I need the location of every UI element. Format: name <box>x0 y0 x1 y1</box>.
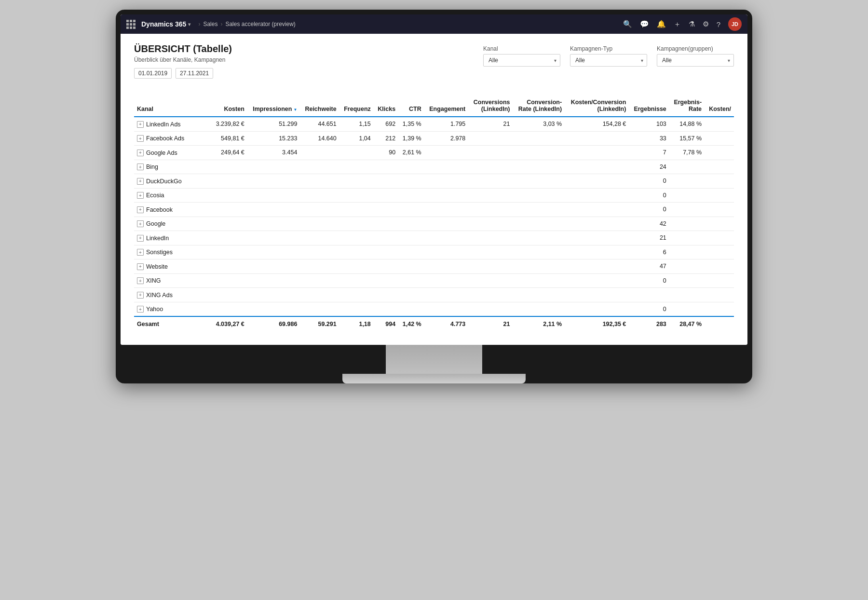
data-table: Kanal Kosten Impressionen▼ Reichweite Fr… <box>134 95 734 331</box>
cell-ergebnis_rate: 14,88 % <box>669 117 705 131</box>
expand-icon[interactable]: + <box>137 192 144 199</box>
col-ergebnisse[interactable]: Ergebnisse <box>629 95 669 117</box>
breadcrumb-sales[interactable]: Sales <box>203 21 217 27</box>
row-expand[interactable]: +LinkedIn Ads <box>137 121 181 128</box>
date-from[interactable]: 01.01.2019 <box>134 68 172 79</box>
row-expand[interactable]: +Google <box>137 220 165 227</box>
col-kosten-conv-li[interactable]: Kosten/Conversion(LinkedIn) <box>565 95 629 117</box>
expand-icon[interactable]: + <box>137 249 144 256</box>
filters-area: Kanal Alle ▾ Kampagnen-Typ <box>483 45 734 67</box>
col-impressionen[interactable]: Impressionen▼ <box>247 95 300 117</box>
cell-ctr <box>398 273 424 288</box>
date-to[interactable]: 27.11.2021 <box>176 68 213 79</box>
cell-klicks: 90 <box>374 146 398 160</box>
funnel-icon[interactable]: ⚗ <box>689 20 695 28</box>
avatar[interactable]: JD <box>728 17 742 31</box>
app-grid-icon[interactable] <box>126 20 136 29</box>
table-row: +Facebook Ads549,81 €15.23314.6401,04212… <box>134 131 734 146</box>
expand-icon[interactable]: + <box>137 235 144 242</box>
row-expand[interactable]: +Bing <box>137 164 158 170</box>
cell-conversions_li <box>468 259 513 274</box>
chat-icon[interactable]: 💬 <box>640 20 649 28</box>
cell-impressionen <box>247 188 300 203</box>
col-reichweite[interactable]: Reichweite <box>300 95 339 117</box>
cell-ctr <box>398 231 424 245</box>
expand-icon[interactable]: + <box>137 150 144 156</box>
filter-kampagnen-gruppen-select[interactable]: Alle <box>657 54 734 67</box>
cell-ergebnisse: 21 <box>629 231 669 245</box>
cell-kanal: +XING Ads <box>134 288 211 302</box>
cell-ergebnis_rate <box>669 288 705 302</box>
filter-kampagnen-typ-select[interactable]: Alle <box>570 54 647 67</box>
expand-icon[interactable]: + <box>137 277 144 284</box>
row-expand[interactable]: +Facebook Ads <box>137 135 184 142</box>
expand-icon[interactable]: + <box>137 263 144 270</box>
cell-conversions_li <box>468 146 513 160</box>
cell-kosten_col <box>705 188 734 203</box>
cell-frequenz <box>339 302 374 316</box>
row-expand[interactable]: +XING <box>137 277 161 284</box>
col-conv-rate-li[interactable]: Conversion-Rate (LinkedIn) <box>513 95 565 117</box>
expand-icon[interactable]: + <box>137 306 144 313</box>
search-icon[interactable]: 🔍 <box>623 20 632 28</box>
cell-reichweite: 14.640 <box>300 131 339 146</box>
cell-frequenz <box>339 217 374 231</box>
cell-klicks <box>374 203 398 217</box>
page-title: ÜBERSICHT (Tabelle) <box>134 43 232 55</box>
row-expand[interactable]: +Facebook <box>137 206 173 213</box>
total-ergebnis-rate: 28,47 % <box>669 316 705 331</box>
col-kanal[interactable]: Kanal <box>134 95 211 117</box>
notifications-icon[interactable]: 🔔 <box>657 20 666 28</box>
row-expand[interactable]: +LinkedIn <box>137 235 169 242</box>
help-icon[interactable]: ? <box>717 20 720 28</box>
cell-kosten_conv_li <box>565 174 629 189</box>
col-kosten2[interactable]: Kosten/ <box>705 95 734 117</box>
cell-reichweite: 44.651 <box>300 117 339 131</box>
row-expand[interactable]: +XING Ads <box>137 292 173 299</box>
filter-kanal-select[interactable]: Alle <box>483 54 560 67</box>
col-engagement[interactable]: Engagement <box>424 95 469 117</box>
col-conversions-li[interactable]: Conversions(LinkedIn) <box>468 95 513 117</box>
expand-icon[interactable]: + <box>137 164 144 170</box>
cell-klicks <box>374 273 398 288</box>
settings-icon[interactable]: ⚙ <box>703 20 709 28</box>
expand-icon[interactable]: + <box>137 292 144 299</box>
expand-icon[interactable]: + <box>137 206 144 213</box>
col-kosten[interactable]: Kosten <box>211 95 247 117</box>
cell-ctr <box>398 188 424 203</box>
expand-icon[interactable]: + <box>137 121 144 128</box>
page-header: ÜBERSICHT (Tabelle) Überblick über Kanäl… <box>134 43 232 87</box>
col-klicks[interactable]: Klicks <box>374 95 398 117</box>
col-ergebnis-rate[interactable]: Ergebnis-Rate <box>669 95 705 117</box>
cell-conv_rate_li <box>513 273 565 288</box>
expand-icon[interactable]: + <box>137 135 144 142</box>
breadcrumb-accelerator[interactable]: Sales accelerator (preview) <box>225 21 295 27</box>
row-expand[interactable]: +DuckDuckGo <box>137 178 182 185</box>
cell-kanal: +Yahoo <box>134 302 211 316</box>
row-expand[interactable]: +Ecosia <box>137 192 164 199</box>
row-expand[interactable]: +Website <box>137 263 168 270</box>
expand-icon[interactable]: + <box>137 178 144 185</box>
brand-logo[interactable]: Dynamics 365 ▾ <box>141 20 190 28</box>
col-ctr[interactable]: CTR <box>398 95 424 117</box>
row-expand[interactable]: +Sonstiges <box>137 249 173 256</box>
cell-kosten_conv_li <box>565 217 629 231</box>
row-expand[interactable]: +Yahoo <box>137 306 163 313</box>
cell-kanal: +DuckDuckGo <box>134 174 211 189</box>
total-conv-rate-li: 2,11 % <box>513 316 565 331</box>
cell-ergebnis_rate <box>669 259 705 274</box>
cell-frequenz <box>339 288 374 302</box>
cell-kosten_col <box>705 231 734 245</box>
col-frequenz[interactable]: Frequenz <box>339 95 374 117</box>
filter-kampagnen-gruppen: Kampagnen(gruppen) Alle ▾ <box>657 45 734 67</box>
cell-conv_rate_li <box>513 217 565 231</box>
cell-kosten_col <box>705 160 734 174</box>
table-row: +DuckDuckGo0 <box>134 174 734 189</box>
add-icon[interactable]: ＋ <box>674 20 681 29</box>
cell-kosten <box>211 188 247 203</box>
cell-klicks <box>374 245 398 259</box>
row-expand[interactable]: +Google Ads <box>137 150 177 156</box>
cell-impressionen: 51.299 <box>247 117 300 131</box>
expand-icon[interactable]: + <box>137 220 144 227</box>
cell-ergebnisse: 7 <box>629 146 669 160</box>
